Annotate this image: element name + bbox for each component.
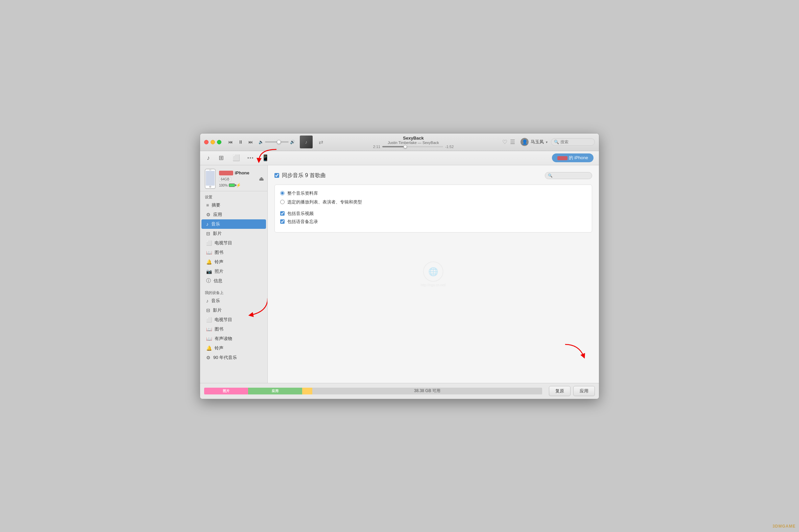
sidebar-item-movies[interactable]: ⊟ 影片 <box>202 229 266 238</box>
radio-selected-label: 选定的播放列表、表演者、专辑和类型 <box>287 199 362 205</box>
album-art: ♪ <box>300 135 312 148</box>
checkbox-include-video[interactable]: 包括音乐视频 <box>280 211 586 217</box>
radio-selected[interactable] <box>280 200 285 204</box>
movies-icon: ⊟ <box>206 231 210 236</box>
volume-max-icon: 🔊 <box>290 139 295 144</box>
storage-bar-container: 照片 应用 38.38 GB 可用 复原 应用 <box>204 386 595 396</box>
storage-badge: 64GB <box>219 177 231 182</box>
sidebar-item-my-movies[interactable]: ⊟ 影片 <box>202 306 266 315</box>
time-remaining: -1:52 <box>445 145 454 149</box>
sidebar-item-ringtones[interactable]: 🔔 铃声 <box>202 257 266 267</box>
traffic-lights <box>204 140 222 144</box>
radio-option-selected[interactable]: 选定的播放列表、表演者、专辑和类型 <box>280 199 586 205</box>
svg-point-3 <box>209 186 211 187</box>
volume-thumb <box>277 140 281 144</box>
device-header: iPhone 64GB 100% ⚡ ⏏ <box>200 165 267 191</box>
device-name: iPhone <box>234 170 249 175</box>
checkbox-include-voice[interactable]: 包括语音备忘录 <box>280 219 586 225</box>
svg-rect-4 <box>209 170 212 170</box>
play-pause-button[interactable]: ⏸ <box>237 138 244 145</box>
iphone-tab-label: 的 iPhone <box>569 155 588 160</box>
storage-other <box>302 388 312 395</box>
storage-apps: 应用 <box>248 388 302 395</box>
ringtones-icon: 🔔 <box>206 259 212 265</box>
queue-button[interactable]: ☰ <box>510 138 515 146</box>
sidebar-item-label: 音乐 <box>211 298 220 304</box>
nav-tv-icon[interactable]: ⬜ <box>231 153 241 163</box>
sidebar-item-my-ringtones[interactable]: 🔔 铃声 <box>202 343 266 353</box>
apply-button[interactable]: 应用 <box>573 386 595 396</box>
settings-section-label: 设置 <box>200 193 267 201</box>
titlebar: ⏮ ⏸ ⏭ 🔈 🔊 ♪ ⇄ SexyBack Justin Timberlake… <box>200 133 599 151</box>
sidebar-item-label: 应用 <box>213 212 222 218</box>
info-icon: ⓘ <box>206 278 211 284</box>
progress-area: 2:11 -1:52 <box>373 145 454 149</box>
nav-music-icon[interactable]: ♪ <box>206 153 211 163</box>
content-search[interactable]: 🔍 <box>545 172 592 179</box>
rewind-button[interactable]: ⏮ <box>227 138 234 145</box>
sidebar-item-label: 电视节目 <box>215 317 232 323</box>
search-box[interactable]: 🔍 <box>551 138 595 146</box>
checkbox-video[interactable] <box>280 211 285 216</box>
sidebar-item-photos[interactable]: 📷 照片 <box>202 267 266 276</box>
radio-all[interactable] <box>280 191 285 195</box>
restore-button[interactable]: 复原 <box>549 386 571 396</box>
sidebar-item-books[interactable]: 📖 图书 <box>202 248 266 257</box>
my-audiobooks-icon: 📖 <box>206 336 212 341</box>
books-icon: 📖 <box>206 250 212 255</box>
my-tv-icon: ⬜ <box>206 317 212 322</box>
content-search-input[interactable] <box>554 173 589 177</box>
radio-option-all[interactable]: 整个音乐资料库 <box>280 190 586 196</box>
track-artist: Justin Timberlake — SexyBack <box>388 140 439 145</box>
volume-icon: 🔈 <box>259 139 264 144</box>
nav-more-icon[interactable]: ••• <box>247 155 254 160</box>
minimize-button[interactable] <box>211 140 215 144</box>
device-storage-area: 64GB <box>219 176 259 182</box>
summary-icon: ≡ <box>206 203 209 208</box>
watermark: 🌐 http://nga.cn.net/ <box>421 261 446 287</box>
sidebar-item-my-audiobooks[interactable]: 📖 有声读物 <box>202 334 266 343</box>
battery-icon <box>229 184 235 187</box>
sidebar-item-info[interactable]: ⓘ 信息 <box>202 276 266 286</box>
checkbox-voice[interactable] <box>280 220 285 224</box>
eject-button[interactable]: ⏏ <box>259 175 264 182</box>
sidebar-item-label: 电视节目 <box>215 240 232 246</box>
device-name-area: iPhone <box>219 170 259 176</box>
heart-button[interactable]: ♡ <box>502 138 507 146</box>
user-area[interactable]: 👤 马玉凤 ▾ <box>520 138 548 146</box>
my-music90-icon: ⚙ <box>206 355 211 360</box>
time-elapsed: 2:11 <box>373 145 380 149</box>
search-input[interactable] <box>560 139 592 144</box>
volume-track[interactable] <box>265 141 289 142</box>
sidebar-item-my-tv[interactable]: ⬜ 电视节目 <box>202 315 266 324</box>
volume-control[interactable]: 🔈 🔊 <box>259 139 295 144</box>
apps-icon: ⚙ <box>206 212 211 217</box>
sync-checkbox[interactable] <box>274 173 279 178</box>
my-movies-icon: ⊟ <box>206 308 210 313</box>
nav-movies-icon[interactable]: ⊞ <box>217 153 225 163</box>
sidebar-item-my-music90[interactable]: ⚙ 90 年代音乐 <box>202 353 266 362</box>
nav-iphone-icon[interactable]: 📱 <box>260 153 270 163</box>
shuffle-icon[interactable]: ⇄ <box>319 139 323 145</box>
sidebar-item-my-books[interactable]: 📖 图书 <box>202 324 266 334</box>
sidebar-item-apps[interactable]: ⚙ 应用 <box>202 210 266 220</box>
storage-bar: 照片 应用 38.38 GB 可用 <box>204 388 542 395</box>
close-button[interactable] <box>204 140 209 144</box>
music-icon: ♪ <box>206 222 209 227</box>
search-icon: 🔍 <box>554 139 559 144</box>
sidebar-item-music[interactable]: ♪ 音乐 <box>202 220 266 229</box>
sidebar-item-label: 照片 <box>215 268 223 274</box>
sidebar-item-summary[interactable]: ≡ 摘要 <box>202 201 266 210</box>
sidebar-item-label: 影片 <box>213 230 222 236</box>
sync-title: 同步音乐 9 首歌曲 <box>282 172 545 179</box>
my-books-icon: 📖 <box>206 326 212 332</box>
device-image <box>204 169 217 189</box>
options-panel: 整个音乐资料库 选定的播放列表、表演者、专辑和类型 包括音乐视频 包括语音备忘录 <box>274 185 592 232</box>
sidebar-item-tv[interactable]: ⬜ 电视节目 <box>202 238 266 248</box>
fast-forward-button[interactable]: ⏭ <box>247 138 254 145</box>
progress-bar[interactable] <box>382 146 443 147</box>
tv-icon: ⬜ <box>206 240 212 246</box>
maximize-button[interactable] <box>217 140 222 144</box>
iphone-tab-button[interactable]: 的 iPhone <box>552 153 593 162</box>
sidebar-item-my-music[interactable]: ♪ 音乐 <box>202 296 266 306</box>
